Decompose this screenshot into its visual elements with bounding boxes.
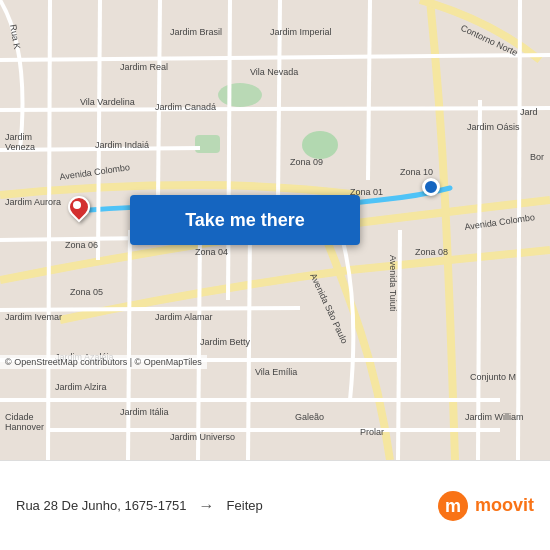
- svg-text:Jardim Alamar: Jardim Alamar: [155, 312, 213, 322]
- svg-text:Hannover: Hannover: [5, 422, 44, 432]
- svg-point-1: [302, 131, 338, 159]
- svg-text:Vila Nevada: Vila Nevada: [250, 67, 298, 77]
- destination-label: Feitep: [227, 498, 263, 513]
- svg-text:Jardim Alzira: Jardim Alzira: [55, 382, 107, 392]
- svg-text:Veneza: Veneza: [5, 142, 35, 152]
- destination-dot: [422, 178, 440, 196]
- svg-text:Jardim Ivemar: Jardim Ivemar: [5, 312, 62, 322]
- svg-text:Jardim: Jardim: [5, 132, 32, 142]
- svg-text:Vila Vardelina: Vila Vardelina: [80, 97, 135, 107]
- svg-text:Jardim Canadá: Jardim Canadá: [155, 102, 216, 112]
- moovit-icon: m: [437, 490, 469, 522]
- svg-text:Jardim Aurora: Jardim Aurora: [5, 197, 61, 207]
- map-container: Jardim Brasil Jardim Imperial Jardim Rea…: [0, 0, 550, 460]
- origin-label: Rua 28 De Junho, 1675-1751: [16, 498, 187, 513]
- svg-text:Bor: Bor: [530, 152, 544, 162]
- svg-text:Zona 09: Zona 09: [290, 157, 323, 167]
- take-me-there-label: Take me there: [185, 210, 305, 231]
- svg-text:Jardim Betty: Jardim Betty: [200, 337, 251, 347]
- svg-text:Avenida Tuiuti: Avenida Tuiuti: [388, 255, 398, 311]
- svg-text:Vila Emília: Vila Emília: [255, 367, 297, 377]
- svg-text:Jardim William: Jardim William: [465, 412, 524, 422]
- bottom-bar: Rua 28 De Junho, 1675-1751 → Feitep m mo…: [0, 460, 550, 550]
- svg-text:m: m: [445, 496, 461, 516]
- svg-text:Zona 04: Zona 04: [195, 247, 228, 257]
- origin-pin: [68, 196, 90, 218]
- svg-text:Jardim Brasil: Jardim Brasil: [170, 27, 222, 37]
- svg-text:Jardim Universo: Jardim Universo: [170, 432, 235, 442]
- svg-text:Cidade: Cidade: [5, 412, 34, 422]
- svg-text:Prolar: Prolar: [360, 427, 384, 437]
- map-attribution: © OpenStreetMap contributors | © OpenMap…: [0, 355, 207, 369]
- svg-text:Jardim Real: Jardim Real: [120, 62, 168, 72]
- svg-text:Conjunto M: Conjunto M: [470, 372, 516, 382]
- svg-rect-3: [195, 135, 220, 153]
- moovit-brand-label: moovit: [475, 495, 534, 516]
- route-arrow-icon: →: [199, 497, 215, 515]
- svg-point-2: [218, 83, 262, 107]
- svg-text:Jardim Itália: Jardim Itália: [120, 407, 169, 417]
- svg-text:Zona 10: Zona 10: [400, 167, 433, 177]
- svg-text:Zona 06: Zona 06: [65, 240, 98, 250]
- svg-text:Zona 08: Zona 08: [415, 247, 448, 257]
- route-info: Rua 28 De Junho, 1675-1751 → Feitep: [16, 497, 437, 515]
- svg-text:Jardim Indaiá: Jardim Indaiá: [95, 140, 149, 150]
- svg-text:Zona 05: Zona 05: [70, 287, 103, 297]
- svg-text:Jardim Imperial: Jardim Imperial: [270, 27, 332, 37]
- take-me-there-button[interactable]: Take me there: [130, 195, 360, 245]
- svg-text:Jard: Jard: [520, 107, 538, 117]
- moovit-logo: m moovit: [437, 490, 534, 522]
- svg-text:Galeão: Galeão: [295, 412, 324, 422]
- svg-text:Jardim Oásis: Jardim Oásis: [467, 122, 520, 132]
